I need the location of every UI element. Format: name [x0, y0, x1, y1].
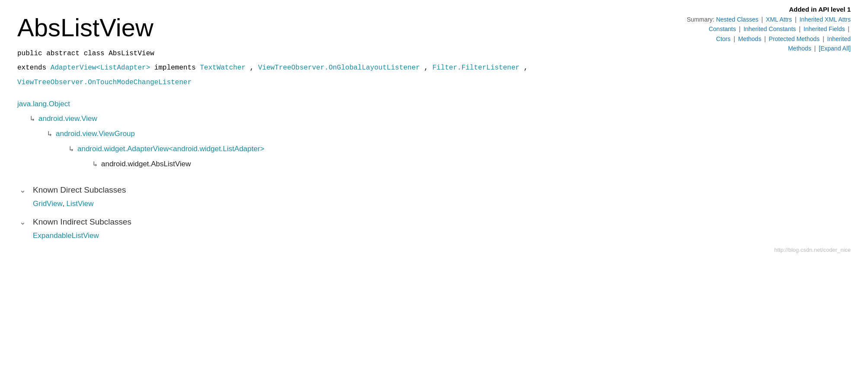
summary-link-inherited[interactable]: Inherited [827, 35, 851, 42]
summary-link-inherited-xml-attrs[interactable]: Inherited XML Attrs [799, 16, 851, 23]
inheritance-current-class: android.widget.AbsListView [101, 160, 191, 168]
summary-link-methods[interactable]: Methods [738, 35, 761, 42]
summary-link-constants[interactable]: Constants [708, 25, 736, 32]
summary-line-2: Constants | Inherited Constants | Inheri… [687, 24, 851, 34]
indirect-subclasses-header[interactable]: ⌄ Known Indirect Subclasses [17, 217, 851, 227]
added-label-text: Added in API level 1 [789, 6, 851, 13]
arrow-icon-1: ↳ [30, 115, 35, 123]
link-listview[interactable]: ListView [67, 200, 94, 208]
direct-subclasses-header[interactable]: ⌄ Known Direct Subclasses [17, 185, 851, 195]
summary-line: Summary: Nested Classes | XML Attrs | In… [687, 15, 851, 24]
implements-line-2: ViewTreeObserver.OnTouchModeChangeListen… [17, 77, 851, 89]
added-label: Added in API level 1 [687, 4, 851, 15]
summary-link-nested-classes[interactable]: Nested Classes [716, 16, 758, 23]
direct-subclasses-content: GridView, ListView [33, 200, 851, 208]
extends-link[interactable]: AdapterView<ListAdapter> [51, 64, 150, 72]
implements-link-ongloballayout[interactable]: ViewTreeObserver.OnGlobalLayoutListener [258, 64, 420, 72]
summary-link-inherited-constants[interactable]: Inherited Constants [744, 25, 796, 32]
summary-nav: Added in API level 1 Summary: Nested Cla… [687, 4, 851, 54]
direct-subclasses-title: Known Direct Subclasses [33, 185, 126, 195]
inheritance-link-object[interactable]: java.lang.Object [17, 100, 70, 108]
indirect-subclasses-content: ExpandableListView [33, 231, 851, 240]
implements-link-filterlistener[interactable]: Filter.FilterListener [432, 64, 520, 72]
link-expandablelistview[interactable]: ExpandableListView [33, 231, 99, 240]
inheritance-level-4: ↳ android.widget.AbsListView [93, 157, 851, 172]
summary-link-ctors[interactable]: Ctors [716, 35, 731, 42]
summary-line-4: Methods | [Expand All] [687, 44, 851, 53]
indirect-subclasses-title: Known Indirect Subclasses [33, 217, 131, 227]
inheritance-level-2: ↳ android.view.ViewGroup [48, 127, 851, 142]
inheritance-level-0: java.lang.Object [17, 97, 851, 111]
link-gridview[interactable]: GridView [33, 200, 63, 208]
inheritance-link-viewgroup[interactable]: android.view.ViewGroup [56, 130, 135, 138]
implements-keyword: implements [154, 64, 200, 72]
inheritance-level-1: ↳ android.view.View [30, 111, 851, 127]
chevron-down-icon-indirect: ⌄ [17, 217, 28, 227]
arrow-icon-4: ↳ [93, 160, 97, 168]
implements-link-ontouchmodechange[interactable]: ViewTreeObserver.OnTouchModeChangeListen… [17, 79, 191, 86]
summary-prefix: Summary: [687, 16, 715, 23]
inheritance-link-adapterview[interactable]: android.widget.AdapterView<android.widge… [77, 145, 265, 153]
summary-link-protected-methods[interactable]: Protected Methods [769, 35, 820, 42]
summary-link-expand-all[interactable]: [Expand All] [819, 45, 851, 52]
summary-line-3: Ctors | Methods | Protected Methods | In… [687, 34, 851, 44]
watermark: http://blog.csdn.net/coder_nice [774, 247, 851, 253]
summary-link-methods-2[interactable]: Methods [788, 45, 811, 52]
inheritance-tree: java.lang.Object ↳ android.view.View ↳ a… [17, 97, 851, 172]
extends-keyword: extends [17, 64, 51, 72]
arrow-icon-2: ↳ [48, 130, 52, 138]
arrow-icon-3: ↳ [69, 145, 73, 153]
inheritance-level-3: ↳ android.widget.AdapterView<android.wid… [69, 142, 851, 157]
page-container: Added in API level 1 Summary: Nested Cla… [0, 0, 868, 257]
summary-link-inherited-fields[interactable]: Inherited Fields [804, 25, 845, 32]
implements-link-textwatcher[interactable]: TextWatcher [200, 64, 246, 72]
declaration-text: public abstract class AbsListView [17, 50, 154, 57]
inheritance-link-view[interactable]: android.view.View [38, 114, 97, 123]
summary-link-xml-attrs[interactable]: XML Attrs [766, 16, 792, 23]
extends-line: extends AdapterView<ListAdapter> impleme… [17, 63, 851, 74]
chevron-down-icon-direct: ⌄ [17, 185, 28, 195]
